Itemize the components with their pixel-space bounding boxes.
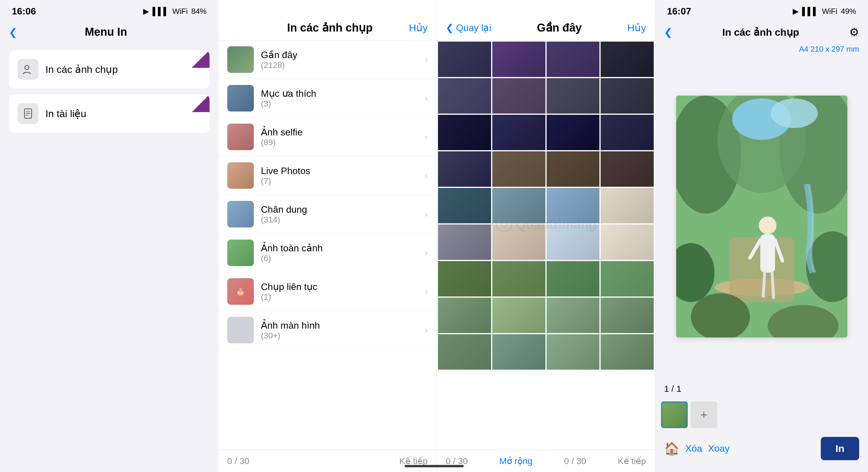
photo-cell[interactable]	[438, 261, 491, 296]
photo-cell[interactable]	[438, 224, 491, 260]
album-name-recent: Gần đây	[261, 49, 425, 61]
panel-preview: 16:07 ▶ ▌▌▌ WiFi 49% ❮ In các ảnh chụp ⚙…	[655, 0, 868, 472]
photo-cell[interactable]	[547, 41, 600, 77]
album-count-screenshot: (30+)	[261, 331, 425, 340]
add-photo-button[interactable]: +	[691, 402, 717, 428]
photo-cell[interactable]	[438, 41, 491, 77]
print-photos-label: In các ảnh chụp	[45, 63, 118, 75]
preview-card[interactable]	[676, 96, 847, 338]
photo-cell[interactable]	[547, 151, 600, 187]
print-button[interactable]: In	[821, 437, 859, 460]
album-item-burst[interactable]: 🎂 Chụp liên tục (1) ›	[218, 272, 436, 311]
album-name-live: Live Photos	[261, 165, 425, 177]
delete-button[interactable]: Xóa	[685, 443, 702, 454]
svg-point-11	[771, 98, 818, 128]
rotate-button[interactable]: Xoay	[708, 443, 730, 454]
photo-cell[interactable]	[600, 224, 654, 260]
menu-item-print-doc[interactable]: In tài liệu	[9, 94, 210, 133]
back-button-1[interactable]: ❮	[9, 26, 17, 38]
album-item-panorama[interactable]: Ảnh toàn cảnh (6) ›	[218, 233, 436, 272]
album-item-selfie[interactable]: Ảnh selfie (89) ›	[218, 118, 436, 156]
expand-button[interactable]: Mở rộng	[499, 456, 533, 466]
panel3-count: 0 / 30	[446, 456, 468, 466]
panel-album-list: 16:06 In các ảnh chụp Hủy Gần đây (2128)…	[218, 0, 437, 472]
photo-cell[interactable]	[600, 151, 654, 187]
home-button[interactable]: 🏠	[664, 441, 679, 456]
status-icons-4: ▶ ▌▌▌ WiFi 49%	[793, 7, 856, 16]
album-item-favorites[interactable]: Mục ưa thích (3) ›	[218, 79, 436, 118]
thumb-item-1[interactable]	[661, 402, 688, 428]
photo-cell[interactable]	[438, 78, 491, 114]
photo-cell[interactable]	[438, 151, 491, 187]
photo-row-1	[438, 41, 654, 77]
photo-cell[interactable]	[492, 224, 546, 260]
album-count-selfie: (89)	[261, 138, 425, 147]
album-item-recent[interactable]: Gần đây (2128) ›	[218, 40, 436, 79]
back-button-3[interactable]: ❮ Quay lại	[446, 22, 491, 33]
photo-cell[interactable]	[600, 115, 654, 150]
photo-cell[interactable]	[492, 78, 546, 114]
photo-cell[interactable]	[600, 78, 654, 114]
photo-cell[interactable]	[438, 115, 491, 150]
panel3-title: Gần đây	[537, 21, 582, 34]
cancel-button-2[interactable]: Hủy	[409, 22, 428, 34]
panel2-title: In các ảnh chụp	[251, 21, 409, 34]
panel3-header: ❮ Quay lại Gần đây Hủy	[437, 15, 655, 40]
photo-grid: Quantrimang	[437, 40, 655, 449]
photo-cell[interactable]	[438, 188, 491, 223]
album-count-recent: (2128)	[261, 61, 425, 70]
photo-cell[interactable]	[492, 115, 546, 150]
photo-cell[interactable]	[547, 334, 600, 370]
panel3-footer: 0 / 30 Mở rộng 0 / 30 Kế tiếp	[437, 449, 655, 472]
home-icon: 🏠	[664, 442, 679, 455]
corner-decoration-2	[192, 94, 210, 112]
photo-cell[interactable]	[547, 115, 600, 150]
photo-cell[interactable]	[600, 298, 654, 333]
next-button-3[interactable]: Kế tiếp	[618, 456, 646, 466]
gear-button[interactable]: ⚙	[849, 26, 859, 39]
svg-rect-15	[760, 234, 775, 273]
menu-list: In các ảnh chụp In tài liệu	[0, 44, 218, 139]
panel4-title: In các ảnh chụp	[672, 26, 849, 38]
album-item-screenshot[interactable]: Ảnh màn hình (30+) ›	[218, 311, 436, 350]
photo-cell[interactable]	[600, 261, 654, 296]
album-thumb-panorama	[227, 240, 254, 266]
back-button-4[interactable]: ❮	[664, 26, 672, 38]
photo-cell[interactable]	[492, 298, 546, 333]
album-info-screenshot: Ảnh màn hình (30+)	[261, 320, 425, 340]
corner-decoration-1	[192, 50, 210, 68]
status-bar-1: 16:06 ▶ ▌▌▌ WiFi 84%	[0, 0, 218, 20]
photo-cell[interactable]	[492, 151, 546, 187]
photo-cell[interactable]	[547, 78, 600, 114]
next-button-2[interactable]: Kế tiếp	[399, 456, 428, 466]
panel-photo-grid: 16:06 ❮ Quay lại Gần đây Hủy Quantrimang	[437, 0, 655, 472]
photo-cell[interactable]	[547, 224, 600, 260]
photo-cell[interactable]	[600, 334, 654, 370]
photo-cell[interactable]	[547, 298, 600, 333]
photo-cell[interactable]	[492, 41, 546, 77]
chevron-icon-live: ›	[425, 170, 428, 181]
panel4-header: ❮ In các ảnh chụp ⚙	[655, 20, 868, 44]
photo-cell[interactable]	[492, 261, 546, 296]
status-bar-3: 16:06	[437, 0, 655, 15]
album-thumb-burst: 🎂	[227, 278, 254, 305]
photo-cell[interactable]	[492, 188, 546, 223]
photo-cell[interactable]	[438, 334, 491, 370]
album-name-burst: Chụp liên tục	[261, 281, 425, 292]
photo-cell[interactable]	[600, 188, 654, 223]
cancel-button-3[interactable]: Hủy	[627, 22, 646, 34]
photo-cell[interactable]	[600, 41, 654, 77]
menu-item-print-photos[interactable]: In các ảnh chụp	[9, 50, 210, 89]
panel4-footer: 🏠 Xóa Xoay In	[655, 431, 868, 472]
photo-cell[interactable]	[492, 334, 546, 370]
battery-icon-4: 49%	[841, 7, 856, 16]
album-item-portrait[interactable]: Chân dung (314) ›	[218, 195, 436, 233]
album-item-live[interactable]: Live Photos (7) ›	[218, 156, 436, 195]
panel3-count2: 0 / 30	[564, 456, 586, 466]
album-info-favorites: Mục ưa thích (3)	[261, 88, 425, 108]
photo-cell[interactable]	[438, 298, 491, 333]
panel2-footer: 0 / 30 Kế tiếp	[218, 449, 436, 472]
photo-cell[interactable]	[547, 188, 600, 223]
album-thumb-screenshot	[227, 317, 254, 343]
photo-cell[interactable]	[547, 261, 600, 296]
